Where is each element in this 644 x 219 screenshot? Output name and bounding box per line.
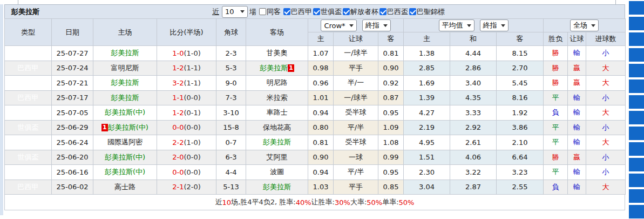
handicap-result-cell: 輸 (568, 165, 586, 180)
subheader-handicap-line: 让球 (334, 32, 378, 46)
handicap-home-odds: 0.80 (308, 120, 334, 135)
team-name[interactable]: 保地花高 (263, 123, 291, 131)
subheader-avg-draw: 和 (450, 32, 497, 46)
date-cell: 25-07-17 (52, 90, 93, 105)
team-name[interactable]: 富明尼斯 (111, 64, 139, 72)
result-cell: 負 (544, 105, 568, 121)
bookmaker-time-value: 終指 (365, 21, 379, 30)
team-name[interactable]: 明尼路 (267, 78, 288, 87)
home-cell: 彭美拉斯(中) (93, 105, 157, 121)
adjacent-panel-block (629, 1, 644, 15)
league-checkbox-4[interactable] (409, 8, 416, 15)
subheader-goals-result: 进球数 (586, 32, 626, 46)
score-cell: 1-0(1-0) (157, 46, 216, 61)
goals-result-cell: 大 (586, 105, 626, 121)
team-name[interactable]: 甘美奧 (267, 49, 288, 57)
avg-away-odds: 3.23 (497, 165, 544, 180)
corners-cell: 3-10 (216, 105, 246, 121)
table-row: 巴西甲25-07-24富明尼斯1-2(1-1)5-3彭美拉斯10.98平手0.9… (5, 61, 626, 76)
team-name[interactable]: 艾阿里 (267, 153, 288, 161)
away-cell: 保地花高 (246, 120, 308, 135)
adjacent-panel-strip (629, 0, 644, 219)
date-cell: 25-07-21 (52, 76, 93, 91)
team-name[interactable]: 彭美拉斯(中) (105, 168, 145, 176)
avg-draw-odds: 2.87 (450, 180, 497, 195)
summary-segment: 30% (335, 198, 350, 207)
adjacent-panel-block (629, 174, 644, 187)
average-select[interactable]: 平均值 (439, 19, 474, 31)
score-cell: 0-0(0-0) (157, 165, 216, 180)
handicap-away-odds: 0.81 (378, 46, 404, 61)
goals-result-cell: 大 (586, 180, 626, 195)
avg-home-odds: 1.69 (404, 76, 450, 91)
team-name[interactable]: 波圖 (270, 168, 284, 176)
handicap-away-odds: 0.87 (378, 90, 404, 105)
col-header-score: 比分(半场) (157, 19, 216, 46)
team-name[interactable]: 彭美拉斯 (263, 138, 291, 146)
summary-segment: 场,胜4平4负2, 胜率: (231, 197, 296, 207)
team-name[interactable]: 彭美拉斯(中) (108, 123, 148, 131)
page: 彭美拉斯 近 10 場 同客 巴西甲世俱盃解放者杯巴西盃巴聖錦標 (0, 0, 644, 219)
date-cell: 25-06-02 (52, 180, 93, 195)
team-name[interactable]: 米拉索 (267, 94, 288, 102)
bookmaker-time-select[interactable]: 終指 (362, 19, 391, 31)
adjacent-panel-block (629, 142, 644, 156)
result-cell: 勝 (544, 150, 568, 165)
chevron-down-icon (383, 24, 388, 27)
average-time-select[interactable]: 終指 (480, 19, 509, 31)
page-artifact-line (18, 0, 18, 4)
team-name[interactable]: 彭美拉斯 (260, 64, 288, 72)
adjacent-panel-block (629, 64, 644, 77)
table-row: 世俱盃25-06-291彭美拉斯(中)0-0(0-0)15-8保地花高0.80平… (5, 120, 626, 135)
corners-cell: 9-0 (216, 76, 246, 91)
league-checkbox-3[interactable] (379, 8, 387, 15)
bookmaker-select-value: Crow* (324, 22, 345, 30)
avg-home-odds: 3.04 (404, 180, 450, 195)
chevron-down-icon (240, 10, 245, 13)
result-cell: 平 (544, 165, 568, 180)
same-opponent-checkbox[interactable] (259, 8, 266, 15)
recent-link[interactable]: 近 (212, 7, 219, 17)
team-name[interactable]: 彭美拉斯 (111, 94, 139, 102)
handicap-result-cell: 輸 (568, 105, 586, 121)
team-name[interactable]: 車路士 (267, 108, 288, 116)
matches-table: 类型 日期 主场 比分(半场) 角球 客场 Crow* 終指 (4, 18, 626, 195)
adjacent-panel-block (629, 205, 644, 218)
filter-controls: 近 10 場 同客 巴西甲世俱盃解放者杯巴西盃巴聖錦標 (212, 5, 445, 18)
team-name[interactable]: 彭美拉斯(中) (105, 108, 145, 116)
subheader-handicap-away: 客 (378, 32, 404, 46)
avg-home-odds: 1.39 (404, 90, 450, 105)
handicap-home-odds: 0.98 (308, 61, 334, 76)
recent-count-select[interactable]: 10 (222, 6, 248, 18)
scope-select[interactable]: 全场 (570, 19, 599, 31)
team-name[interactable]: 彭美拉斯 (111, 78, 139, 87)
league-label: 巴西盃 (387, 7, 408, 17)
away-cell: 艾阿里 (246, 150, 308, 165)
handicap-result-cell: 贏 (568, 61, 586, 76)
league-checkbox-1[interactable] (313, 8, 320, 15)
handicap-home-odds: 0.94 (308, 105, 334, 121)
league-checkbox-2[interactable] (343, 8, 350, 15)
score-cell: 3-2(1-1) (157, 76, 216, 91)
average-time-value: 終指 (483, 21, 497, 30)
scope-select-cell: 全场 (544, 19, 626, 32)
team-name[interactable]: 彭美拉斯 (263, 183, 291, 191)
team-name[interactable]: 彭美拉斯 (111, 49, 139, 57)
handicap-line: 一/球半 (334, 46, 378, 61)
live-badge: 1 (288, 64, 294, 72)
league-label: 世俱盃 (321, 7, 342, 17)
handicap-result-cell: 輸 (568, 120, 586, 135)
handicap-away-odds: 0.99 (378, 150, 404, 165)
avg-away-odds: 1.92 (497, 105, 544, 121)
team-name[interactable]: 國際邁阿密 (107, 138, 143, 146)
league-checkbox-0[interactable] (283, 8, 290, 15)
adjacent-panel-block (629, 111, 644, 124)
bookmaker-select[interactable]: Crow* (321, 19, 356, 31)
avg-home-odds: 4.95 (404, 135, 450, 150)
result-cell: 勝 (544, 46, 568, 61)
avg-home-odds: 1.51 (404, 150, 450, 165)
team-name[interactable]: 彭美拉斯(中) (105, 153, 145, 161)
scope-select-value: 全场 (573, 21, 587, 30)
team-name[interactable]: 高士路 (114, 183, 135, 191)
table-row: 巴西甲25-07-17彭美拉斯1-1(0-0)7-3米拉索1.01一/球半0.8… (5, 90, 626, 105)
